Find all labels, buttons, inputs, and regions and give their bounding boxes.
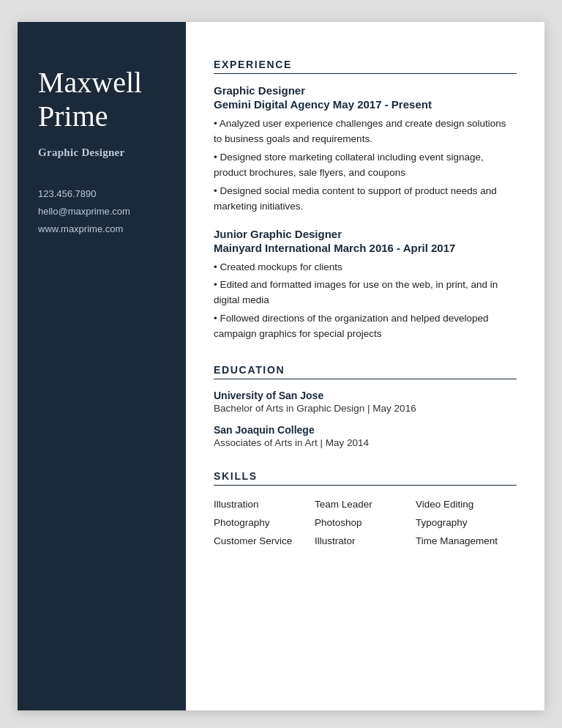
skills-grid: Illustration Photography Customer Servic… [214, 496, 517, 551]
sidebar: Maxwell Prime Graphic Designer 123.456.7… [18, 22, 186, 710]
job-2-company: Mainyard International March 2016 - Apri… [214, 242, 517, 254]
job-1-bullet-2: • Designed store marketing collateral in… [214, 150, 517, 181]
job-2: Junior Graphic Designer Mainyard Interna… [214, 228, 517, 343]
education-section: EDUCATION University of San Jose Bachelo… [214, 364, 517, 448]
job-2-bullet-3: • Followed directions of the organizatio… [214, 311, 517, 342]
job-2-bullet-1: • Created mockups for clients [214, 260, 517, 275]
job-2-title: Junior Graphic Designer [214, 228, 517, 240]
skill-3-3: Time Management [416, 532, 517, 551]
school-1: University of San Jose Bachelor of Arts … [214, 390, 517, 414]
resume-container: Maxwell Prime Graphic Designer 123.456.7… [18, 22, 544, 710]
website: www.maxprime.com [38, 220, 165, 238]
job-1-bullet-1: • Analyzed user experience challenges an… [214, 116, 517, 147]
email: hello@maxprime.com [38, 203, 165, 220]
job-1: Graphic Designer Gemini Digital Agency M… [214, 84, 517, 215]
skills-col-3: Video Editing Typography Time Management [416, 496, 517, 551]
job-1-company: Gemini Digital Agency May 2017 - Present [214, 98, 517, 111]
school-2-name: San Joaquin College [214, 424, 517, 436]
skills-section: SKILLS Illustration Photography Customer… [214, 470, 517, 551]
experience-section-title: EXPERIENCE [214, 59, 517, 74]
skill-1-3: Customer Service [214, 532, 315, 551]
main-content: EXPERIENCE Graphic Designer Gemini Digit… [186, 22, 544, 710]
skills-col-2: Team Leader Photoshop Illustrator [315, 496, 416, 551]
skill-1-2: Photography [214, 514, 315, 532]
school-1-degree: Bachelor of Arts in Graphic Design | May… [214, 403, 517, 414]
skills-col-1: Illustration Photography Customer Servic… [214, 496, 315, 551]
skill-1-1: Illustration [214, 496, 315, 514]
skill-2-1: Team Leader [315, 496, 416, 514]
skill-3-2: Typography [416, 514, 517, 532]
candidate-title: Graphic Designer [38, 146, 165, 159]
contact-info: 123.456.7890 hello@maxprime.com www.maxp… [38, 185, 165, 238]
job-1-bullet-3: • Designed social media content to suppo… [214, 184, 517, 215]
education-section-title: EDUCATION [214, 364, 517, 379]
skill-2-3: Illustrator [315, 532, 416, 551]
candidate-name: Maxwell Prime [38, 66, 165, 133]
phone: 123.456.7890 [38, 185, 165, 203]
job-2-bullets: • Created mockups for clients • Edited a… [214, 260, 517, 343]
school-2-degree: Associates of Arts in Art | May 2014 [214, 437, 517, 448]
skill-3-1: Video Editing [416, 496, 517, 514]
school-2: San Joaquin College Associates of Arts i… [214, 424, 517, 448]
skills-section-title: SKILLS [214, 470, 517, 486]
job-1-bullets: • Analyzed user experience challenges an… [214, 116, 517, 215]
job-2-bullet-2: • Edited and formatted images for use on… [214, 278, 517, 308]
job-1-title: Graphic Designer [214, 84, 517, 97]
school-1-name: University of San Jose [214, 390, 517, 401]
experience-section: EXPERIENCE Graphic Designer Gemini Digit… [214, 59, 517, 342]
skill-2-2: Photoshop [315, 514, 416, 532]
